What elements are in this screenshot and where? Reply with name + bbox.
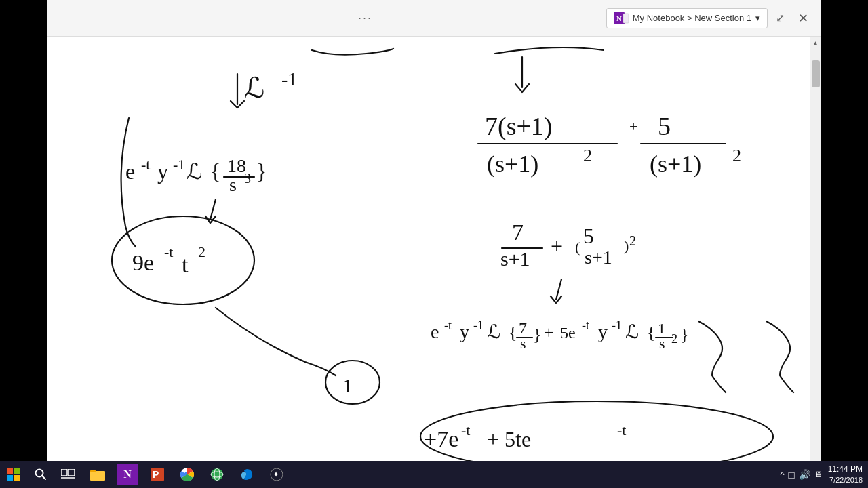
expand-button[interactable]: ⤢ bbox=[773, 9, 787, 27]
svg-rect-77 bbox=[90, 471, 105, 481]
svg-rect-71 bbox=[14, 475, 20, 481]
svg-text:N: N bbox=[616, 14, 622, 22]
windows-icon bbox=[7, 468, 20, 481]
edge-button[interactable] bbox=[233, 461, 260, 488]
titlebar: ··· N My Notebook > New Section 1 ▾ ⤢ ✕ bbox=[47, 0, 821, 37]
svg-text:3: 3 bbox=[244, 171, 251, 186]
powerpoint-button[interactable]: P bbox=[144, 461, 171, 488]
svg-text:+7e: +7e bbox=[424, 426, 458, 451]
svg-text:e: e bbox=[431, 321, 439, 342]
taskbar: N P bbox=[0, 461, 868, 488]
svg-text:ℒ: ℒ bbox=[625, 321, 639, 342]
dropdown-icon: ▾ bbox=[755, 13, 760, 23]
svg-text:y: y bbox=[460, 321, 469, 342]
svg-text:ℒ: ℒ bbox=[244, 73, 264, 104]
volume-icon[interactable]: 🔊 bbox=[799, 469, 810, 480]
math-canvas: .hw { fill: none; stroke: #111; stroke-w… bbox=[47, 37, 810, 477]
svg-text:(: ( bbox=[575, 239, 580, 256]
chrome-button[interactable] bbox=[174, 461, 201, 488]
scrollbar-thumb[interactable] bbox=[812, 60, 820, 87]
extra-app-button[interactable]: ✦ bbox=[263, 461, 290, 488]
notebook-icon: N bbox=[614, 12, 629, 24]
titlebar-right: N My Notebook > New Section 1 ▾ ⤢ ✕ bbox=[606, 8, 814, 28]
svg-text:-1: -1 bbox=[473, 319, 484, 332]
svg-text:s+1: s+1 bbox=[500, 247, 530, 270]
file-explorer-button[interactable] bbox=[84, 461, 111, 488]
svg-text:-t: -t bbox=[461, 422, 470, 439]
svg-text:-t: -t bbox=[617, 422, 626, 439]
canvas-area[interactable]: .hw { fill: none; stroke: #111; stroke-w… bbox=[47, 37, 810, 477]
svg-text:{: { bbox=[647, 323, 655, 342]
task-view-button[interactable] bbox=[54, 461, 81, 488]
svg-text:s+1: s+1 bbox=[585, 247, 612, 268]
date-display: 7/22/2018 bbox=[828, 475, 863, 485]
app-icon: ✦ bbox=[269, 467, 284, 482]
svg-text:+ 5te: + 5te bbox=[487, 427, 531, 451]
svg-text:9e: 9e bbox=[132, 250, 154, 275]
onenote-button[interactable]: N bbox=[114, 461, 141, 488]
taskbar-pinned-apps: N P bbox=[84, 461, 290, 488]
svg-text:2: 2 bbox=[671, 332, 677, 346]
svg-text:-t: -t bbox=[582, 319, 589, 332]
time-display: 11:44 PM bbox=[828, 464, 863, 475]
titlebar-dots: ··· bbox=[358, 11, 372, 25]
close-button[interactable]: ✕ bbox=[793, 8, 814, 28]
svg-text:+: + bbox=[544, 323, 554, 342]
svg-text:y: y bbox=[157, 159, 168, 184]
svg-text:+: + bbox=[551, 234, 563, 258]
svg-rect-70 bbox=[7, 475, 13, 481]
svg-text:-t: -t bbox=[444, 319, 452, 332]
clock[interactable]: 11:44 PM 7/22/2018 bbox=[828, 464, 863, 485]
scrollbar-right[interactable]: ▲ ▼ bbox=[810, 37, 821, 477]
maps-button[interactable] bbox=[203, 461, 231, 488]
svg-text:-1: -1 bbox=[612, 319, 622, 332]
network-icon[interactable]: 🖥 bbox=[814, 470, 823, 479]
search-icon bbox=[35, 468, 47, 481]
svg-rect-1 bbox=[623, 14, 629, 23]
svg-text:7: 7 bbox=[512, 220, 524, 245]
svg-text:5: 5 bbox=[658, 112, 671, 140]
svg-text:}: } bbox=[680, 325, 688, 344]
svg-text:2: 2 bbox=[732, 146, 741, 165]
svg-text:}: } bbox=[533, 325, 541, 344]
svg-text:(s+1): (s+1) bbox=[650, 150, 701, 178]
svg-text:2: 2 bbox=[629, 233, 636, 248]
edge-icon bbox=[239, 467, 254, 482]
svg-text:s: s bbox=[520, 335, 526, 352]
svg-text:2: 2 bbox=[198, 243, 205, 260]
notebook-selector-button[interactable]: N My Notebook > New Section 1 ▾ bbox=[606, 8, 768, 28]
svg-rect-75 bbox=[68, 469, 75, 476]
chevron-up-icon[interactable]: ^ bbox=[780, 470, 784, 480]
svg-text:1: 1 bbox=[342, 374, 353, 396]
svg-text:t: t bbox=[182, 252, 189, 277]
scroll-up-arrow[interactable]: ▲ bbox=[812, 39, 819, 47]
svg-text:e: e bbox=[125, 159, 135, 184]
search-button[interactable] bbox=[27, 461, 54, 488]
svg-text:s: s bbox=[659, 335, 665, 352]
svg-text:): ) bbox=[624, 237, 629, 254]
svg-text:-1: -1 bbox=[173, 156, 185, 173]
svg-text:7(s+1): 7(s+1) bbox=[485, 112, 553, 141]
svg-text:-t: -t bbox=[141, 156, 150, 173]
svg-point-82 bbox=[211, 468, 223, 481]
svg-text:2: 2 bbox=[583, 146, 592, 165]
start-button[interactable] bbox=[0, 461, 27, 488]
notebook-label: My Notebook > New Section 1 bbox=[633, 13, 751, 23]
svg-text:{: { bbox=[509, 323, 517, 342]
svg-text:5e: 5e bbox=[560, 324, 576, 342]
svg-rect-69 bbox=[14, 468, 20, 474]
svg-text:{: { bbox=[210, 159, 220, 184]
svg-rect-68 bbox=[7, 468, 13, 474]
svg-point-21 bbox=[326, 361, 380, 404]
svg-text:✦: ✦ bbox=[273, 470, 279, 479]
svg-text:-1: -1 bbox=[281, 68, 297, 89]
maps-icon bbox=[210, 467, 224, 482]
content-wrapper: .hw { fill: none; stroke: #111; stroke-w… bbox=[47, 37, 821, 477]
powerpoint-icon: P bbox=[150, 467, 165, 482]
svg-text:-t: -t bbox=[164, 243, 173, 260]
svg-line-73 bbox=[42, 476, 45, 479]
chrome-icon bbox=[180, 467, 195, 482]
action-center-icon[interactable]: □ bbox=[789, 469, 795, 481]
system-tray: ^ □ 🔊 🖥 bbox=[780, 469, 822, 481]
svg-text:P: P bbox=[153, 469, 159, 480]
